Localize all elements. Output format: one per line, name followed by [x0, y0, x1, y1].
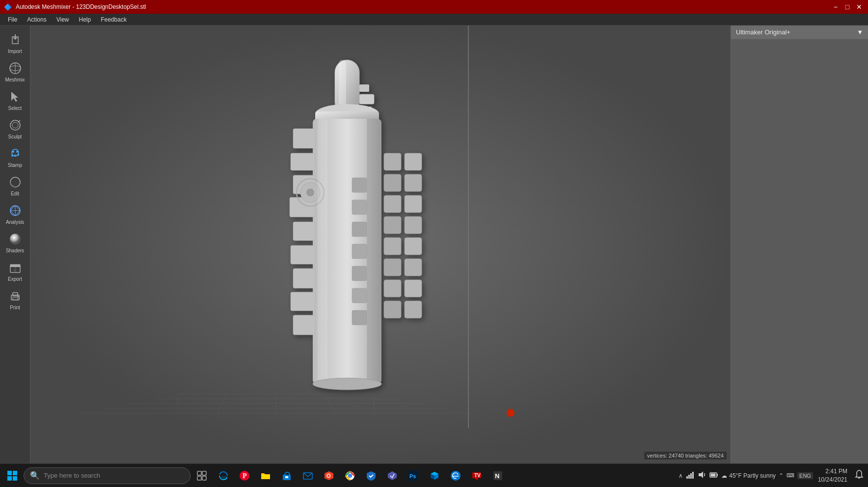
svg-rect-114	[690, 473, 692, 479]
printer-selector[interactable]: Ultimaker Original+ ▼	[731, 26, 868, 39]
svg-text:P: P	[243, 472, 247, 480]
svg-rect-59	[405, 153, 422, 170]
svg-point-19	[10, 234, 21, 244]
taskbar-files[interactable]	[255, 465, 276, 486]
edit-icon	[8, 175, 23, 189]
tool-stamp[interactable]: Stamp	[1, 143, 29, 171]
taskbar-search[interactable]: 🔍 Type here to search	[24, 467, 190, 484]
taskbar-edge2[interactable]	[445, 465, 466, 486]
menu-actions[interactable]: Actions	[23, 14, 50, 25]
menu-help[interactable]: Help	[75, 14, 95, 25]
stamp-icon	[8, 146, 23, 161]
minimize-button[interactable]: −	[831, 2, 841, 12]
tool-import[interactable]: Import	[1, 29, 29, 57]
svg-point-10	[12, 151, 14, 153]
svg-point-11	[16, 151, 18, 153]
svg-rect-82	[367, 119, 381, 384]
svg-rect-112	[686, 476, 688, 479]
svg-rect-91	[202, 471, 206, 475]
sculpt-icon	[8, 118, 23, 133]
tool-meshmix[interactable]: Meshmix	[1, 58, 29, 85]
taskbar-support[interactable]: TV	[466, 465, 487, 486]
svg-rect-66	[384, 238, 401, 255]
taskbar-photoshop[interactable]: Ps	[403, 465, 424, 486]
svg-rect-79	[352, 288, 367, 303]
taskbar-vpn2[interactable]	[382, 465, 403, 486]
ime-icon[interactable]: ENG	[797, 472, 813, 479]
taskbar-edge[interactable]	[213, 465, 234, 486]
svg-point-102	[348, 474, 352, 478]
svg-rect-70	[384, 280, 401, 297]
notification-bell[interactable]	[854, 469, 866, 482]
shaders-label: Shaders	[6, 248, 24, 253]
keyboard-icon[interactable]: ⌨	[787, 472, 794, 479]
menu-bar: File Actions View Help Feedback	[0, 14, 868, 26]
clock-time: 2:41 PM	[818, 467, 847, 476]
restore-button[interactable]: □	[842, 2, 852, 12]
svg-rect-118	[717, 474, 718, 476]
volume-icon[interactable]	[698, 470, 706, 481]
tool-print[interactable]: Print	[1, 286, 29, 313]
tool-select[interactable]: Select	[1, 86, 29, 114]
svg-rect-93	[202, 476, 206, 480]
menu-feedback[interactable]: Feedback	[97, 14, 131, 25]
network-icon[interactable]	[686, 470, 695, 481]
svg-rect-47	[291, 153, 315, 170]
svg-rect-73	[405, 301, 422, 318]
battery-icon[interactable]	[709, 470, 718, 481]
print-label: Print	[10, 305, 20, 310]
svg-rect-92	[197, 476, 201, 480]
svg-rect-42	[359, 84, 369, 92]
printer-label: Ultimaker Original+	[736, 28, 790, 36]
svg-rect-88	[7, 476, 12, 481]
start-button[interactable]	[2, 465, 23, 486]
export-icon	[8, 260, 23, 275]
svg-marker-108	[475, 478, 478, 481]
weather-indicator[interactable]: ☁ 45°F Partly sunny	[721, 472, 776, 479]
taskbar-store[interactable]	[276, 465, 297, 486]
svg-rect-46	[293, 129, 315, 148]
taskbar-clock-area[interactable]: 2:41 PM 10/24/2021	[818, 467, 853, 484]
svg-rect-76	[352, 222, 367, 237]
svg-rect-21	[10, 265, 20, 267]
taskbar-clock: 2:41 PM 10/24/2021	[818, 467, 847, 484]
taskbar-mail[interactable]	[298, 465, 318, 486]
tool-analysis[interactable]: Analysis	[1, 200, 29, 228]
svg-rect-80	[352, 310, 367, 325]
svg-rect-24	[13, 293, 18, 296]
svg-point-26	[17, 296, 19, 298]
close-button[interactable]: ✕	[854, 2, 864, 12]
menu-file[interactable]: File	[4, 14, 21, 25]
tool-sculpt[interactable]: Sculpt	[1, 115, 29, 142]
svg-marker-116	[699, 471, 703, 478]
show-hidden-icons[interactable]: ∧	[678, 472, 683, 479]
taskbar-n[interactable]: N	[488, 465, 508, 486]
window-title: Autodesk Meshmixer - 123DDesignDesktopSe…	[16, 3, 146, 10]
taskbar-pinterest[interactable]: P	[234, 465, 255, 486]
taskbar-vpn[interactable]	[361, 465, 381, 486]
svg-rect-90	[197, 471, 201, 475]
svg-rect-40	[359, 94, 374, 104]
viewport[interactable]: vertices: 24740 triangles: 49624	[30, 26, 731, 463]
svg-marker-5	[11, 92, 18, 102]
search-placeholder: Type here to search	[44, 472, 100, 479]
taskbar-3d[interactable]	[424, 465, 445, 486]
taskbar-chrome[interactable]	[340, 465, 360, 486]
tool-edit[interactable]: Edit	[1, 172, 29, 199]
svg-rect-58	[384, 153, 401, 170]
svg-point-14	[17, 154, 19, 156]
notifications-icon[interactable]: ⌃	[779, 472, 784, 479]
tool-export[interactable]: Export	[1, 257, 29, 285]
svg-rect-50	[293, 222, 315, 241]
print-icon	[8, 289, 23, 303]
svg-rect-87	[13, 471, 17, 475]
svg-rect-113	[688, 475, 690, 479]
import-icon	[8, 32, 23, 47]
tool-shaders[interactable]: Shaders	[1, 229, 29, 256]
menu-view[interactable]: View	[53, 14, 73, 25]
task-view-button[interactable]	[191, 465, 212, 486]
svg-rect-81	[318, 119, 327, 384]
export-label: Export	[8, 276, 22, 282]
svg-rect-97	[285, 476, 288, 478]
taskbar-office[interactable]: O	[319, 465, 339, 486]
